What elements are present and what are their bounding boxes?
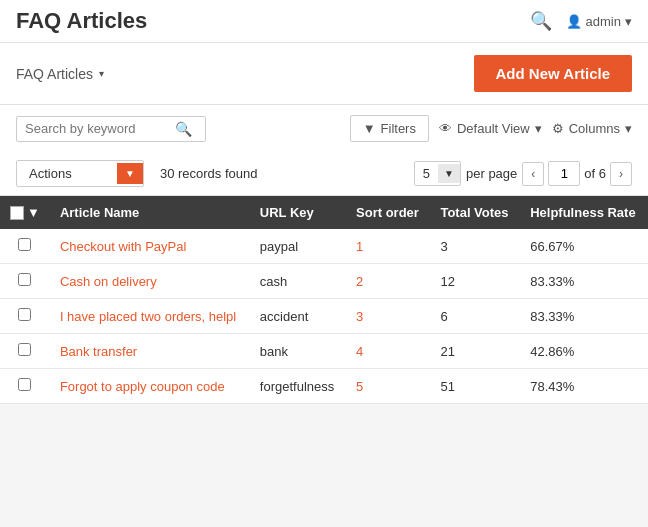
article-name-link[interactable]: I have placed two orders, helpl [60,309,236,324]
row-checkbox-cell [0,369,50,404]
actions-bar: Actions ▼ 30 records found 5 ▼ per page … [0,152,648,196]
row-sort-order: 5 [346,369,430,404]
row-article-name: Forgot to apply coupon code [50,369,250,404]
view-caret-icon: ▾ [535,121,542,136]
row-total-votes: 6 [430,299,520,334]
page-of: of 6 [584,166,606,181]
breadcrumb-caret-icon: ▾ [99,68,104,79]
article-name-link[interactable]: Checkout with PayPal [60,239,186,254]
per-page-section: 5 ▼ per page ‹ of 6 › [414,161,632,186]
select-all-header[interactable]: ▼ [0,196,50,229]
top-bar-right: 🔍 👤 admin ▾ [530,10,632,32]
row-checkbox[interactable] [18,238,31,251]
prev-page-button[interactable]: ‹ [522,162,544,186]
row-checkbox[interactable] [18,343,31,356]
eye-icon: 👁 [439,121,452,136]
next-page-button[interactable]: › [610,162,632,186]
row-checkbox-cell [0,299,50,334]
table-header-row: ▼ Article Name URL Key Sort order Total … [0,196,648,229]
columns-button[interactable]: ⚙ Columns ▾ [552,121,632,136]
row-total-votes: 3 [430,229,520,264]
records-found: 30 records found [160,166,258,181]
row-checkbox-cell [0,334,50,369]
row-sort-order: 3 [346,299,430,334]
top-bar: FAQ Articles 🔍 👤 admin ▾ [0,0,648,43]
table-container: ▼ Article Name URL Key Sort order Total … [0,196,648,404]
user-caret-icon: ▾ [625,14,632,29]
search-input[interactable] [25,121,175,136]
row-helpfulness-rate: 83.33% [520,264,648,299]
articles-table: ▼ Article Name URL Key Sort order Total … [0,196,648,404]
row-total-votes: 51 [430,369,520,404]
row-url-key: forgetfulness [250,369,346,404]
row-total-votes: 12 [430,264,520,299]
table-row: Bank transfer bank 4 21 42.86% [0,334,648,369]
row-sort-order: 4 [346,334,430,369]
user-menu[interactable]: 👤 admin ▾ [566,14,632,29]
col-sort-order: Sort order [346,196,430,229]
filter-icon: ▼ [363,121,376,136]
actions-arrow-icon[interactable]: ▼ [117,163,143,184]
actions-dropdown: Actions ▼ [16,160,144,187]
row-helpfulness-rate: 42.86% [520,334,648,369]
row-checkbox-cell [0,229,50,264]
row-url-key: paypal [250,229,346,264]
table-row: Checkout with PayPal paypal 1 3 66.67% [0,229,648,264]
col-article-name: Article Name [50,196,250,229]
row-url-key: cash [250,264,346,299]
table-row: Forgot to apply coupon code forgetfulnes… [0,369,648,404]
search-box: 🔍 [16,116,206,142]
filters-label: Filters [381,121,416,136]
user-name: admin [586,14,621,29]
col-url-key: URL Key [250,196,346,229]
table-row: I have placed two orders, helpl accident… [0,299,648,334]
breadcrumb-dropdown[interactable]: FAQ Articles ▾ [16,66,104,82]
row-article-name: Checkout with PayPal [50,229,250,264]
row-helpfulness-rate: 66.67% [520,229,648,264]
search-icon[interactable]: 🔍 [530,10,552,32]
view-label: Default View [457,121,530,136]
breadcrumb-label: FAQ Articles [16,66,93,82]
row-article-name: I have placed two orders, helpl [50,299,250,334]
search-icon[interactable]: 🔍 [175,121,192,137]
row-article-name: Cash on delivery [50,264,250,299]
page-input[interactable] [548,161,580,186]
row-total-votes: 21 [430,334,520,369]
select-all-checkbox[interactable] [10,206,24,220]
user-icon: 👤 [566,14,582,29]
per-page-label: per page [466,166,517,181]
per-page-value: 5 [415,162,438,185]
row-sort-order: 1 [346,229,430,264]
row-helpfulness-rate: 83.33% [520,299,648,334]
toolbar-left: 🔍 [16,116,206,142]
row-checkbox-cell [0,264,50,299]
add-new-article-button[interactable]: Add New Article [474,55,632,92]
row-checkbox[interactable] [18,273,31,286]
row-url-key: accident [250,299,346,334]
toolbar: 🔍 ▼ Filters 👁 Default View ▾ ⚙ Columns ▾ [0,105,648,152]
default-view-button[interactable]: 👁 Default View ▾ [439,121,542,136]
filters-button[interactable]: ▼ Filters [350,115,429,142]
columns-label: Columns [569,121,620,136]
columns-caret-icon: ▾ [625,121,632,136]
gear-icon: ⚙ [552,121,564,136]
row-sort-order: 2 [346,264,430,299]
article-name-link[interactable]: Forgot to apply coupon code [60,379,225,394]
toolbar-right: ▼ Filters 👁 Default View ▾ ⚙ Columns ▾ [350,115,632,142]
article-name-link[interactable]: Cash on delivery [60,274,157,289]
header-caret-icon[interactable]: ▼ [27,205,40,220]
row-url-key: bank [250,334,346,369]
per-page-arrow-icon[interactable]: ▼ [438,164,460,183]
table-row: Cash on delivery cash 2 12 83.33% [0,264,648,299]
row-checkbox[interactable] [18,378,31,391]
col-total-votes: Total Votes [430,196,520,229]
per-page-select: 5 ▼ [414,161,461,186]
pagination: ‹ of 6 › [522,161,632,186]
row-article-name: Bank transfer [50,334,250,369]
sub-header: FAQ Articles ▾ Add New Article [0,43,648,105]
row-checkbox[interactable] [18,308,31,321]
col-helpfulness-rate: Helpfulness Rate [520,196,648,229]
article-name-link[interactable]: Bank transfer [60,344,137,359]
row-helpfulness-rate: 78.43% [520,369,648,404]
page-title: FAQ Articles [16,8,147,34]
